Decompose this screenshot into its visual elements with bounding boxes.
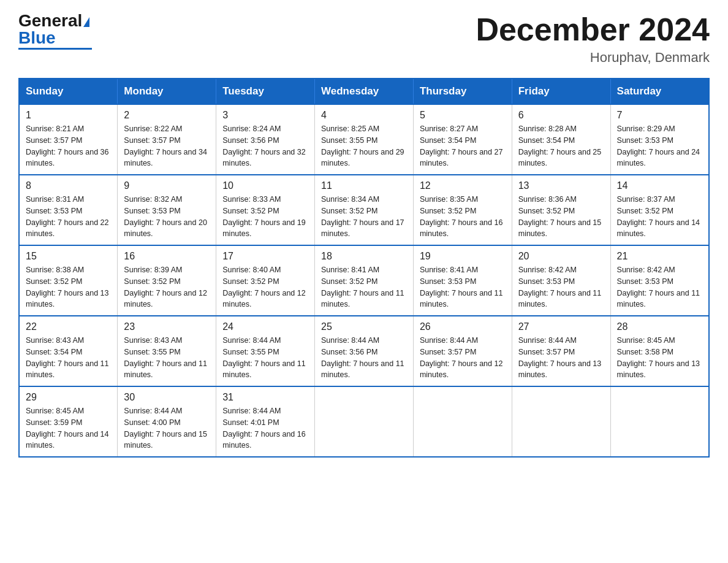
day-number: 27 <box>518 321 604 332</box>
calendar-cell: 9Sunrise: 8:32 AMSunset: 3:53 PMDaylight… <box>118 175 216 245</box>
day-info: Sunrise: 8:36 AMSunset: 3:52 PMDaylight:… <box>518 194 604 240</box>
day-info: Sunrise: 8:44 AMSunset: 3:57 PMDaylight:… <box>420 335 506 381</box>
day-info: Sunrise: 8:45 AMSunset: 3:59 PMDaylight:… <box>26 405 111 451</box>
day-number: 2 <box>124 110 210 121</box>
day-info: Sunrise: 8:21 AMSunset: 3:57 PMDaylight:… <box>26 123 111 169</box>
calendar-cell: 2Sunrise: 8:22 AMSunset: 3:57 PMDaylight… <box>118 104 216 175</box>
day-info: Sunrise: 8:34 AMSunset: 3:52 PMDaylight:… <box>321 194 407 240</box>
calendar-cell: 28Sunrise: 8:45 AMSunset: 3:58 PMDayligh… <box>610 316 709 386</box>
location: Horuphav, Denmark <box>476 50 710 66</box>
header-monday: Monday <box>118 79 216 104</box>
logo-underline <box>18 48 92 50</box>
day-number: 3 <box>222 110 308 121</box>
calendar-cell: 13Sunrise: 8:36 AMSunset: 3:52 PMDayligh… <box>512 175 610 245</box>
week-row-3: 15Sunrise: 8:38 AMSunset: 3:52 PMDayligh… <box>19 245 709 316</box>
day-info: Sunrise: 8:22 AMSunset: 3:57 PMDaylight:… <box>124 123 210 169</box>
calendar-cell: 12Sunrise: 8:35 AMSunset: 3:52 PMDayligh… <box>413 175 512 245</box>
day-info: Sunrise: 8:44 AMSunset: 3:55 PMDaylight:… <box>222 335 308 381</box>
day-number: 28 <box>617 321 702 332</box>
day-number: 21 <box>617 251 702 262</box>
day-number: 29 <box>26 392 111 403</box>
calendar-cell: 10Sunrise: 8:33 AMSunset: 3:52 PMDayligh… <box>216 175 315 245</box>
day-number: 31 <box>222 392 308 403</box>
day-info: Sunrise: 8:28 AMSunset: 3:54 PMDaylight:… <box>518 123 604 169</box>
logo-text: General Blue <box>18 12 89 47</box>
day-info: Sunrise: 8:41 AMSunset: 3:52 PMDaylight:… <box>321 264 407 310</box>
day-info: Sunrise: 8:35 AMSunset: 3:52 PMDaylight:… <box>420 194 506 240</box>
day-number: 11 <box>321 180 407 191</box>
day-number: 15 <box>26 251 111 262</box>
calendar-cell: 29Sunrise: 8:45 AMSunset: 3:59 PMDayligh… <box>19 386 118 457</box>
calendar-cell: 7Sunrise: 8:29 AMSunset: 3:53 PMDaylight… <box>610 104 709 175</box>
day-number: 17 <box>222 251 308 262</box>
week-row-5: 29Sunrise: 8:45 AMSunset: 3:59 PMDayligh… <box>19 386 709 457</box>
calendar-cell: 24Sunrise: 8:44 AMSunset: 3:55 PMDayligh… <box>216 316 315 386</box>
calendar-cell <box>512 386 610 457</box>
header-sunday: Sunday <box>19 79 118 104</box>
day-number: 25 <box>321 321 407 332</box>
day-number: 30 <box>124 392 210 403</box>
calendar-cell: 30Sunrise: 8:44 AMSunset: 4:00 PMDayligh… <box>118 386 216 457</box>
calendar-cell: 14Sunrise: 8:37 AMSunset: 3:52 PMDayligh… <box>610 175 709 245</box>
day-info: Sunrise: 8:39 AMSunset: 3:52 PMDaylight:… <box>124 264 210 310</box>
day-number: 19 <box>420 251 506 262</box>
day-number: 24 <box>222 321 308 332</box>
day-number: 14 <box>617 180 702 191</box>
day-number: 5 <box>420 110 506 121</box>
day-info: Sunrise: 8:44 AMSunset: 3:56 PMDaylight:… <box>321 335 407 381</box>
day-info: Sunrise: 8:32 AMSunset: 3:53 PMDaylight:… <box>124 194 210 240</box>
calendar-cell: 11Sunrise: 8:34 AMSunset: 3:52 PMDayligh… <box>315 175 414 245</box>
day-number: 20 <box>518 251 604 262</box>
calendar-cell: 8Sunrise: 8:31 AMSunset: 3:53 PMDaylight… <box>19 175 118 245</box>
logo-general: General <box>18 11 82 30</box>
calendar-cell: 4Sunrise: 8:25 AMSunset: 3:55 PMDaylight… <box>315 104 414 175</box>
day-info: Sunrise: 8:25 AMSunset: 3:55 PMDaylight:… <box>321 123 407 169</box>
day-number: 18 <box>321 251 407 262</box>
month-title: December 2024 <box>476 12 710 47</box>
day-number: 9 <box>124 180 210 191</box>
day-number: 13 <box>518 180 604 191</box>
calendar-cell: 23Sunrise: 8:43 AMSunset: 3:55 PMDayligh… <box>118 316 216 386</box>
calendar-cell: 18Sunrise: 8:41 AMSunset: 3:52 PMDayligh… <box>315 245 414 316</box>
day-number: 1 <box>26 110 111 121</box>
calendar-cell: 22Sunrise: 8:43 AMSunset: 3:54 PMDayligh… <box>19 316 118 386</box>
calendar-cell: 16Sunrise: 8:39 AMSunset: 3:52 PMDayligh… <box>118 245 216 316</box>
day-number: 4 <box>321 110 407 121</box>
header-friday: Friday <box>512 79 610 104</box>
day-number: 22 <box>26 321 111 332</box>
logo-triangle-icon <box>83 17 89 27</box>
calendar-table: SundayMondayTuesdayWednesdayThursdayFrid… <box>18 78 710 458</box>
calendar-cell: 15Sunrise: 8:38 AMSunset: 3:52 PMDayligh… <box>19 245 118 316</box>
day-info: Sunrise: 8:33 AMSunset: 3:52 PMDaylight:… <box>222 194 308 240</box>
week-row-2: 8Sunrise: 8:31 AMSunset: 3:53 PMDaylight… <box>19 175 709 245</box>
calendar-cell: 17Sunrise: 8:40 AMSunset: 3:52 PMDayligh… <box>216 245 315 316</box>
header-wednesday: Wednesday <box>315 79 414 104</box>
calendar-cell: 26Sunrise: 8:44 AMSunset: 3:57 PMDayligh… <box>413 316 512 386</box>
day-number: 16 <box>124 251 210 262</box>
calendar-cell: 21Sunrise: 8:42 AMSunset: 3:53 PMDayligh… <box>610 245 709 316</box>
day-info: Sunrise: 8:45 AMSunset: 3:58 PMDaylight:… <box>617 335 702 381</box>
calendar-cell: 6Sunrise: 8:28 AMSunset: 3:54 PMDaylight… <box>512 104 610 175</box>
header-saturday: Saturday <box>610 79 709 104</box>
header-tuesday: Tuesday <box>216 79 315 104</box>
calendar-cell: 3Sunrise: 8:24 AMSunset: 3:56 PMDaylight… <box>216 104 315 175</box>
day-number: 7 <box>617 110 702 121</box>
day-number: 12 <box>420 180 506 191</box>
day-info: Sunrise: 8:42 AMSunset: 3:53 PMDaylight:… <box>518 264 604 310</box>
title-block: December 2024 Horuphav, Denmark <box>476 12 710 66</box>
day-info: Sunrise: 8:43 AMSunset: 3:54 PMDaylight:… <box>26 335 111 381</box>
calendar-header-row: SundayMondayTuesdayWednesdayThursdayFrid… <box>19 79 709 104</box>
day-info: Sunrise: 8:40 AMSunset: 3:52 PMDaylight:… <box>222 264 308 310</box>
logo: General Blue <box>18 12 92 50</box>
calendar-cell: 19Sunrise: 8:41 AMSunset: 3:53 PMDayligh… <box>413 245 512 316</box>
day-info: Sunrise: 8:37 AMSunset: 3:52 PMDaylight:… <box>617 194 702 240</box>
day-number: 10 <box>222 180 308 191</box>
day-info: Sunrise: 8:41 AMSunset: 3:53 PMDaylight:… <box>420 264 506 310</box>
week-row-1: 1Sunrise: 8:21 AMSunset: 3:57 PMDaylight… <box>19 104 709 175</box>
day-number: 26 <box>420 321 506 332</box>
calendar-cell: 27Sunrise: 8:44 AMSunset: 3:57 PMDayligh… <box>512 316 610 386</box>
day-info: Sunrise: 8:29 AMSunset: 3:53 PMDaylight:… <box>617 123 702 169</box>
calendar-cell <box>610 386 709 457</box>
calendar-cell: 20Sunrise: 8:42 AMSunset: 3:53 PMDayligh… <box>512 245 610 316</box>
day-number: 8 <box>26 180 111 191</box>
